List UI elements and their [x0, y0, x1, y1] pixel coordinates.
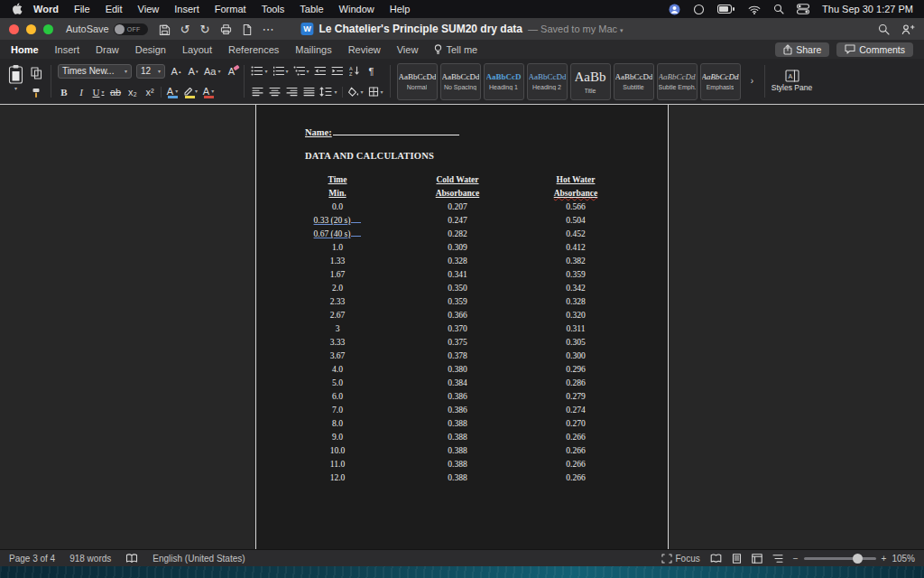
format-painter-icon[interactable] [31, 88, 42, 98]
menu-item[interactable]: Edit [106, 4, 123, 14]
align-right-button[interactable] [285, 85, 298, 99]
menu-item[interactable]: View [138, 4, 160, 14]
zoom-slider-knob[interactable] [853, 554, 863, 564]
zoom-in-button[interactable]: + [882, 554, 887, 564]
style-swatch[interactable]: AaBbCcDdEe No Spacing [440, 63, 481, 100]
strikethrough-button[interactable]: ab [109, 85, 122, 99]
menu-bar-clock[interactable]: Thu Sep 30 1:27 PM [822, 4, 913, 14]
bold-button[interactable]: B [58, 85, 70, 99]
ribbon-tab[interactable]: Mailings [295, 44, 331, 55]
paste-button[interactable]: ▾ [7, 64, 24, 91]
multilevel-list-button[interactable] [293, 64, 310, 79]
sort-button[interactable]: AZ [348, 64, 361, 79]
read-mode-icon[interactable] [710, 554, 722, 564]
share-person-icon[interactable] [901, 23, 915, 35]
language-indicator[interactable]: English (United States) [152, 554, 245, 564]
menu-item[interactable]: Help [390, 4, 411, 14]
control-center-icon[interactable] [797, 4, 809, 14]
menu-item[interactable]: Insert [174, 4, 199, 14]
grow-font-button[interactable]: A [170, 64, 182, 79]
ribbon-tab[interactable]: Design [135, 44, 166, 55]
more-commands-button[interactable]: ⋯ [263, 23, 274, 35]
style-swatch[interactable]: AaBbCcDdEe Subtitle [614, 63, 654, 100]
do-not-disturb-icon[interactable] [693, 4, 705, 15]
comments-button[interactable]: Comments [836, 42, 913, 57]
font-size-select[interactable]: 12▾ [136, 64, 165, 79]
user-account-icon[interactable] [669, 4, 680, 15]
page-indicator[interactable]: Page 3 of 4 [9, 554, 55, 564]
copy-icon[interactable] [31, 67, 42, 79]
ribbon-tab[interactable]: Layout [182, 44, 212, 55]
highlight-color-button[interactable] [183, 85, 198, 99]
zoom-window-button[interactable] [43, 24, 53, 34]
numbered-list-button[interactable] [273, 64, 289, 79]
search-icon[interactable] [878, 23, 890, 35]
menu-item[interactable]: File [74, 4, 90, 14]
outline-view-icon[interactable] [772, 554, 783, 564]
tell-me-button[interactable]: Tell me [434, 44, 477, 55]
wifi-icon[interactable] [748, 5, 761, 14]
ribbon-tab[interactable]: References [228, 44, 279, 55]
zoom-level[interactable]: 105% [892, 554, 915, 564]
underline-button[interactable]: U [92, 85, 105, 99]
focus-button[interactable]: Focus [661, 554, 700, 564]
increase-indent-button[interactable] [331, 64, 344, 79]
shading-button[interactable] [347, 85, 364, 99]
bullet-list-button[interactable] [251, 64, 267, 79]
undo-button[interactable]: ↺ [180, 23, 190, 35]
line-spacing-button[interactable] [319, 85, 337, 99]
subscript-button[interactable]: x₂ [126, 85, 139, 99]
web-layout-icon[interactable] [752, 554, 762, 564]
style-swatch[interactable]: AaBbCcDdEe Emphasis [700, 63, 741, 100]
superscript-button[interactable]: x² [143, 85, 156, 99]
spotlight-search-icon[interactable] [773, 4, 784, 14]
ribbon-tab[interactable]: Insert [55, 44, 80, 55]
justify-button[interactable] [302, 85, 315, 99]
align-left-button[interactable] [251, 85, 263, 99]
style-swatch[interactable]: AaBbCcDdE Heading 2 [527, 63, 568, 100]
menu-item[interactable]: Word [33, 4, 59, 14]
save-status[interactable]: — Saved to my Mac [528, 23, 624, 34]
ribbon-tab[interactable]: View [397, 44, 419, 55]
styles-pane-button[interactable]: A Styles Pane [772, 62, 813, 100]
menu-item[interactable]: Format [215, 4, 246, 14]
change-case-button[interactable]: Aa [204, 64, 220, 79]
ribbon-tab[interactable]: Review [348, 44, 381, 55]
ribbon-tab[interactable]: Home [11, 44, 39, 55]
apple-menu-icon[interactable] [11, 3, 23, 15]
battery-icon[interactable] [717, 5, 735, 14]
share-button[interactable]: Share [775, 42, 829, 57]
minimize-window-button[interactable] [26, 24, 36, 34]
style-swatch[interactable]: AaBbCcD Heading 1 [484, 63, 524, 100]
redo-button[interactable]: ↻ [200, 23, 210, 35]
font-color-button[interactable]: A [202, 85, 215, 99]
close-window-button[interactable] [9, 24, 19, 34]
print-button[interactable] [220, 23, 232, 35]
style-swatch[interactable]: AaBbCcDdEe Normal [397, 63, 438, 100]
menu-item[interactable]: Window [339, 4, 374, 14]
clear-formatting-button[interactable]: A [225, 64, 237, 79]
font-name-select[interactable]: Times New...▾ [58, 64, 132, 79]
italic-button[interactable]: I [75, 85, 88, 99]
word-count[interactable]: 918 words [69, 554, 111, 564]
borders-button[interactable] [368, 85, 383, 99]
document-icon[interactable] [242, 23, 253, 35]
style-swatch[interactable]: AaBb Title [570, 63, 611, 100]
document-page[interactable]: Name: DATA AND CALCULATIONS Time Cold Wa… [255, 105, 669, 549]
styles-gallery-expander[interactable]: › [747, 62, 758, 99]
zoom-slider[interactable] [804, 557, 876, 560]
style-swatch[interactable]: AaBbCcDdEe Subtle Emph... [657, 63, 698, 100]
save-icon[interactable] [159, 23, 171, 35]
print-layout-icon[interactable] [732, 554, 742, 564]
zoom-out-button[interactable]: − [793, 554, 799, 564]
show-paragraph-marks-button[interactable]: ¶ [365, 64, 378, 79]
spell-check-icon[interactable] [125, 554, 138, 564]
menu-item[interactable]: Tools [262, 4, 285, 14]
menu-item[interactable]: Table [300, 4, 323, 14]
ribbon-tab[interactable]: Draw [96, 44, 119, 55]
text-effects-button[interactable]: A [166, 85, 179, 99]
align-center-button[interactable] [268, 85, 281, 99]
decrease-indent-button[interactable] [314, 64, 327, 79]
shrink-font-button[interactable]: A [187, 64, 199, 79]
document-title[interactable]: Le Chatelier's Principle SUM20 dry data [319, 23, 522, 35]
